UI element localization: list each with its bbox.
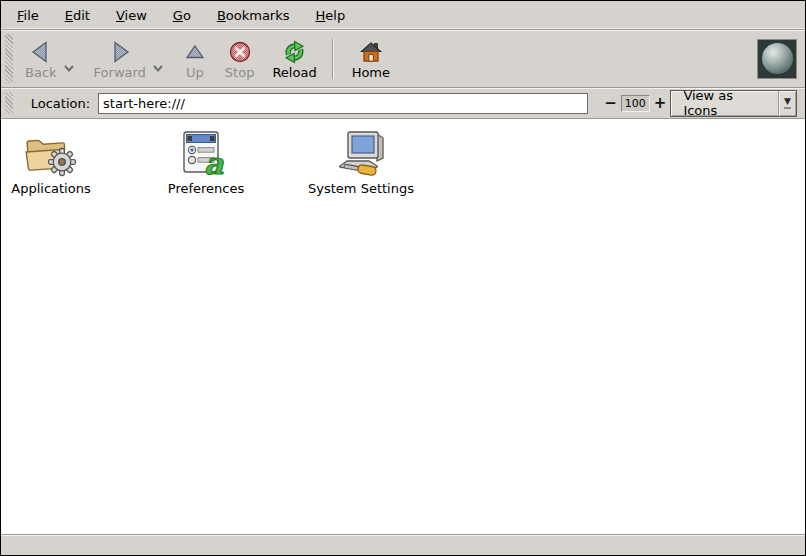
menu-help[interactable]: Help: [312, 5, 350, 26]
reload-icon: [282, 40, 307, 64]
desktop-item-label: System Settings: [308, 181, 414, 196]
chevron-down-icon: ▼: [778, 91, 796, 116]
location-bar-grip-handle[interactable]: [5, 92, 13, 114]
view-as-label: View as Icons: [683, 88, 777, 118]
location-input[interactable]: [98, 93, 588, 114]
stop-icon: [228, 40, 252, 64]
throbber-button: [757, 39, 797, 79]
toolbar-separator: [332, 39, 333, 79]
reload-button[interactable]: Reload: [263, 34, 325, 84]
menu-edit[interactable]: Edit: [61, 5, 94, 26]
home-icon: [359, 40, 383, 64]
menu-bar: File Edit View Go Bookmarks Help: [1, 1, 805, 30]
up-button[interactable]: Up: [174, 34, 216, 84]
menu-go[interactable]: Go: [169, 5, 195, 26]
home-button[interactable]: Home: [343, 34, 399, 84]
zoom-level-indicator: 100: [621, 95, 650, 112]
desktop-item-preferences[interactable]: a Preferences: [156, 127, 256, 196]
toolbar-grip-handle[interactable]: [5, 34, 13, 83]
location-label: Location:: [31, 96, 90, 111]
chevron-down-icon: [63, 64, 75, 73]
desktop-item-applications[interactable]: Applications: [1, 127, 101, 196]
location-bar: Location: − 100 + View as Icons ▼: [1, 88, 805, 119]
applications-folder-icon: [21, 129, 81, 177]
up-arrow-icon: [183, 40, 207, 64]
file-manager-window: File Edit View Go Bookmarks Help Back: [0, 0, 806, 556]
status-bar: [1, 534, 805, 555]
throbber-globe-icon: [762, 43, 793, 74]
stop-button-label: Stop: [225, 65, 255, 80]
forward-button[interactable]: Forward: [85, 34, 155, 84]
chevron-down-icon: [152, 64, 164, 73]
menu-view[interactable]: View: [112, 5, 151, 26]
menu-file[interactable]: File: [13, 5, 43, 26]
back-arrow-icon: [29, 40, 53, 64]
system-settings-icon: [331, 129, 391, 177]
preferences-icon: a: [176, 129, 236, 177]
zoom-out-button[interactable]: −: [600, 94, 621, 112]
desktop-item-system-settings[interactable]: System Settings: [311, 127, 411, 196]
forward-arrow-icon: [108, 40, 132, 64]
desktop-item-label: Preferences: [168, 181, 244, 196]
reload-button-label: Reload: [272, 65, 316, 80]
home-button-label: Home: [352, 65, 390, 80]
back-history-dropdown[interactable]: [61, 56, 77, 79]
svg-text:a: a: [204, 146, 224, 177]
toolbar: Back Forward: [1, 30, 805, 88]
forward-history-dropdown[interactable]: [150, 56, 166, 79]
view-as-dropdown[interactable]: View as Icons ▼: [670, 90, 797, 117]
back-button[interactable]: Back: [16, 34, 66, 84]
back-button-label: Back: [25, 65, 57, 80]
forward-button-label: Forward: [94, 65, 146, 80]
menu-bookmarks[interactable]: Bookmarks: [213, 5, 294, 26]
stop-button[interactable]: Stop: [216, 34, 264, 84]
desktop-item-label: Applications: [11, 181, 90, 196]
icon-view: Applications a Preferences: [1, 119, 805, 534]
zoom-in-button[interactable]: +: [650, 94, 671, 112]
up-button-label: Up: [186, 65, 204, 80]
